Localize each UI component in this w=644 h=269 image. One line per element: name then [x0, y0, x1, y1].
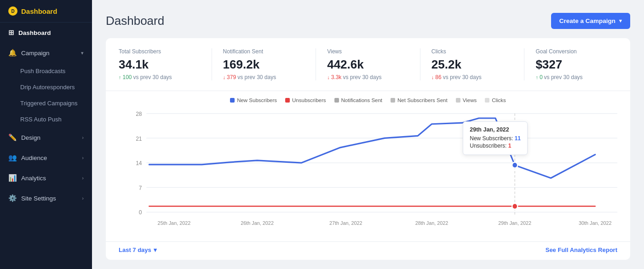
sidebar-item-label: Analytics — [21, 175, 46, 182]
legend-color-dot — [334, 98, 339, 103]
chevron-right-icon: › — [82, 135, 84, 140]
sidebar-logo[interactable]: D Dashboard — [0, 0, 92, 23]
logo-icon: D — [8, 6, 17, 16]
chevron-down-icon: ▾ — [81, 50, 84, 56]
stat-change: ↓ 86 vs prev 30 days — [431, 74, 513, 80]
down-arrow-icon: ↓ — [327, 74, 330, 80]
legend-label: Notifications Sent — [341, 97, 383, 103]
sidebar-item-label: Site Settings — [21, 195, 56, 202]
change-value: 86 — [435, 74, 441, 80]
chevron-right-icon: › — [82, 155, 84, 160]
main-content: Dashboard Create a Campaign ▾ Total Subs… — [92, 0, 644, 269]
stat-value: 25.2k — [431, 57, 513, 72]
analytics-icon: 📊 — [8, 174, 17, 182]
stat-change: ↓ 379 vs prev 30 days — [223, 74, 305, 80]
sidebar-item-triggered-campaigns[interactable]: Triggered Campaigns — [0, 95, 92, 111]
chart-legend: New Subscribers Unsubscribers Notificati… — [119, 97, 617, 103]
svg-text:28: 28 — [136, 111, 142, 117]
sidebar-item-rss-auto-push[interactable]: RSS Auto Push — [0, 111, 92, 127]
sidebar-item-dashboard[interactable]: ⊞ Dashboard — [0, 23, 92, 43]
sidebar: D Dashboard ⊞ Dashboard 🔔 Campaign ▾ Pus… — [0, 0, 92, 269]
legend-net-subscribers: Net Subscribers Sent — [391, 97, 448, 103]
sidebar-logo-text: Dashboard — [21, 7, 57, 15]
stat-clicks: Clicks 25.2k ↓ 86 vs prev 30 days — [431, 48, 525, 80]
sidebar-item-label: Campaign — [21, 50, 50, 57]
legend-color-dot — [485, 98, 489, 103]
svg-text:21: 21 — [136, 135, 142, 142]
legend-color-dot — [285, 98, 290, 103]
chevron-right-icon: › — [82, 175, 84, 181]
main-header: Dashboard Create a Campaign ▾ — [106, 13, 630, 29]
line-chart: 28 21 14 7 0 25th Jan, 2022 26th Jan, 20… — [119, 108, 617, 237]
legend-unsubscribers: Unsubscribers — [285, 97, 326, 103]
stat-label: Clicks — [431, 48, 513, 55]
up-arrow-icon: ↑ — [535, 74, 538, 80]
stat-change: ↑ 100 vs prev 30 days — [119, 74, 201, 80]
sidebar-item-drip-autoresponders[interactable]: Drip Autoresponders — [0, 79, 92, 95]
svg-text:30th Jan, 2022: 30th Jan, 2022 — [579, 220, 612, 226]
legend-label: Views — [463, 97, 477, 103]
stat-views: Views 442.6k ↓ 3.3k vs prev 30 days — [327, 48, 420, 80]
legend-new-subscribers: New Subscribers — [230, 97, 277, 103]
stat-value: 169.2k — [223, 57, 305, 72]
sidebar-item-audience[interactable]: 👥 Audience › — [0, 148, 92, 168]
stat-label: Goal Conversion — [535, 48, 617, 55]
legend-views: Views — [456, 97, 477, 103]
legend-color-dot — [391, 98, 395, 103]
change-value: 0 — [540, 74, 543, 80]
create-campaign-label: Create a Campaign — [559, 17, 615, 24]
change-text: vs prev 30 days — [133, 74, 172, 80]
down-arrow-icon: ↓ — [223, 74, 226, 80]
svg-text:25th Jan, 2022: 25th Jan, 2022 — [158, 220, 191, 226]
sidebar-item-analytics[interactable]: 📊 Analytics › — [0, 168, 92, 188]
sidebar-item-campaign[interactable]: 🔔 Campaign ▾ — [0, 43, 92, 63]
stat-value: 34.1k — [119, 57, 201, 72]
change-text: vs prev 30 days — [544, 74, 583, 80]
svg-text:0: 0 — [139, 209, 142, 216]
change-value: 100 — [123, 74, 132, 80]
svg-text:29th Jan, 2022: 29th Jan, 2022 — [498, 220, 531, 226]
stat-total-subscribers: Total Subscribers 34.1k ↑ 100 vs prev 30… — [119, 48, 212, 80]
stat-change: ↑ 0 vs prev 30 days — [535, 74, 617, 80]
legend-color-dot — [456, 98, 460, 103]
up-arrow-icon: ↑ — [119, 74, 121, 80]
legend-label: New Subscribers — [237, 97, 277, 103]
svg-text:14: 14 — [136, 160, 142, 166]
sidebar-item-push-broadcasts[interactable]: Push Broadcasts — [0, 63, 92, 79]
chart-dot-red — [512, 203, 518, 209]
chevron-right-icon: › — [82, 195, 84, 201]
change-text: vs prev 30 days — [443, 74, 482, 80]
stat-change: ↓ 3.3k vs prev 30 days — [327, 74, 409, 80]
legend-label: Unsubscribers — [292, 97, 326, 103]
audience-icon: 👥 — [8, 154, 17, 162]
sidebar-item-site-settings[interactable]: ⚙️ Site Settings › — [0, 188, 92, 208]
sidebar-item-label: Dashboard — [18, 29, 51, 36]
page-title: Dashboard — [106, 14, 164, 28]
create-campaign-button[interactable]: Create a Campaign ▾ — [551, 13, 630, 29]
chart-area: New Subscribers Unsubscribers Notificati… — [106, 91, 630, 241]
svg-text:26th Jan, 2022: 26th Jan, 2022 — [241, 220, 274, 226]
chevron-down-icon: ▾ — [619, 18, 622, 24]
sidebar-item-label: Audience — [21, 155, 47, 161]
change-text: vs prev 30 days — [343, 74, 381, 80]
change-value: 3.3k — [331, 74, 342, 80]
sidebar-item-design[interactable]: ✏️ Design › — [0, 127, 92, 148]
legend-color-dot — [230, 98, 235, 103]
dashboard-card: Total Subscribers 34.1k ↑ 100 vs prev 30… — [106, 38, 630, 260]
period-selector-button[interactable]: Last 7 days ▾ — [119, 246, 157, 253]
stat-notification-sent: Notification Sent 169.2k ↓ 379 vs prev 3… — [223, 48, 316, 80]
stat-value: $327 — [535, 57, 617, 72]
design-icon: ✏️ — [8, 133, 17, 142]
analytics-link[interactable]: See Full Analytics Report — [546, 246, 617, 253]
chart-footer: Last 7 days ▾ See Full Analytics Report — [106, 241, 630, 260]
change-value: 379 — [227, 74, 236, 80]
sidebar-item-label: Design — [21, 134, 40, 141]
stat-value: 442.6k — [327, 57, 409, 72]
legend-label: Clicks — [492, 97, 506, 103]
legend-notifications-sent: Notifications Sent — [334, 97, 383, 103]
svg-text:7: 7 — [139, 185, 142, 191]
stat-label: Total Subscribers — [119, 48, 201, 55]
svg-text:27th Jan, 2022: 27th Jan, 2022 — [329, 220, 362, 226]
settings-icon: ⚙️ — [8, 194, 17, 202]
down-arrow-icon: ↓ — [431, 74, 434, 80]
